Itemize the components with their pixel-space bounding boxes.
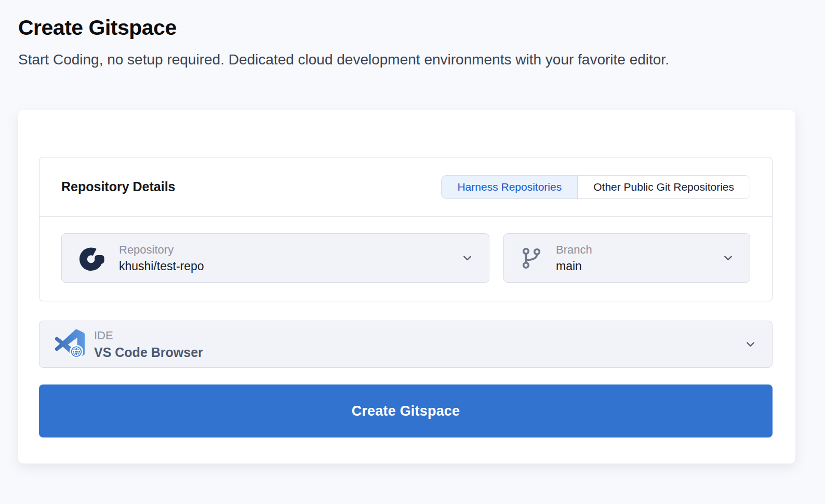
create-gitspace-card: Repository Details Harness Repositories …	[18, 110, 795, 463]
branch-label: Branch	[556, 244, 592, 256]
repository-label: Repository	[119, 244, 204, 256]
vscode-browser-icon	[55, 329, 85, 359]
repository-field-text: Repository khushi/test-repo	[119, 244, 204, 273]
repository-select[interactable]: Repository khushi/test-repo	[61, 233, 489, 283]
branch-select[interactable]: Branch main	[503, 233, 750, 283]
tab-other-public-git-repositories[interactable]: Other Public Git Repositories	[577, 176, 750, 198]
section-title: Repository Details	[61, 179, 176, 194]
repository-fields-row: Repository khushi/test-repo	[39, 217, 772, 301]
ide-label: IDE	[94, 329, 203, 342]
repo-source-tabs: Harness Repositories Other Public Git Re…	[441, 175, 750, 199]
chevron-down-icon	[722, 252, 734, 264]
git-branch-icon	[520, 246, 543, 270]
ide-value: VS Code Browser	[94, 346, 203, 360]
repository-value: khushi/test-repo	[119, 260, 204, 273]
harness-code-icon	[77, 244, 107, 273]
repository-details-header: Repository Details Harness Repositories …	[39, 157, 772, 217]
create-gitspace-button[interactable]: Create Gitspace	[39, 384, 773, 437]
page-subtitle: Start Coding, no setup required. Dedicat…	[18, 48, 771, 71]
ide-field-text: IDE VS Code Browser	[94, 329, 203, 360]
page-title: Create Gitspace	[18, 16, 825, 40]
ide-select[interactable]: IDE VS Code Browser	[39, 321, 773, 368]
tab-harness-repositories[interactable]: Harness Repositories	[442, 176, 577, 198]
chevron-down-icon	[461, 252, 473, 264]
branch-value: main	[556, 260, 592, 273]
create-gitspace-page: Create Gitspace Start Coding, no setup r…	[0, 0, 825, 463]
repository-details-section: Repository Details Harness Repositories …	[39, 157, 773, 301]
branch-field-text: Branch main	[556, 244, 592, 273]
chevron-down-icon	[744, 338, 756, 350]
